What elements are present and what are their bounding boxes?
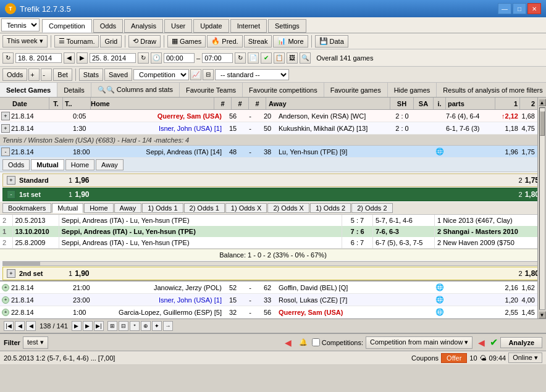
- set1-expand[interactable]: -: [7, 190, 15, 199]
- tab-results-analysis[interactable]: Results of analysis of more filters: [437, 83, 546, 97]
- tab-fav-teams[interactable]: Favourite Teams: [180, 83, 243, 97]
- nav-extra3[interactable]: *: [130, 321, 140, 331]
- bell-icon[interactable]: 🔔: [297, 337, 309, 348]
- left-arrow-red[interactable]: ◀: [282, 337, 295, 348]
- h2h-tab-1odds1[interactable]: 1) Odds 1: [142, 203, 183, 213]
- odds-tab-odds[interactable]: Odds: [2, 159, 30, 170]
- h2h-row[interactable]: 2 20.5.2013 Seppi, Andreas (ITA) - Lu, Y…: [0, 215, 546, 226]
- table-row[interactable]: + 21.8.14 21:00 Janowicz, Jerzy (POL) 52…: [0, 281, 546, 294]
- table-row[interactable]: + 22.8.14 1:00 Garcia-Lopez, Guillermo (…: [0, 306, 546, 319]
- data-button[interactable]: 💾 Data: [315, 35, 348, 48]
- standard-select[interactable]: -- standard --: [215, 69, 289, 80]
- col-header-sa[interactable]: SA: [414, 98, 434, 109]
- filter-test-dropdown[interactable]: test ▾: [23, 336, 48, 349]
- h2h-scrollbar[interactable]: [2, 261, 544, 266]
- image-btn[interactable]: 🖼: [287, 52, 298, 64]
- close-button[interactable]: ✕: [527, 3, 541, 14]
- col-header-1[interactable]: 1: [495, 98, 520, 109]
- right-arrow-red[interactable]: ◀: [475, 337, 487, 348]
- h2h-tab-2odds2[interactable]: 2) Odds 2: [351, 203, 392, 213]
- tab-details[interactable]: Details: [57, 83, 91, 97]
- scroll-track[interactable]: [539, 107, 545, 310]
- scroll-down-btn[interactable]: ▼: [539, 311, 546, 319]
- date-back-btn[interactable]: ◀: [64, 52, 75, 64]
- prev-page-btn2[interactable]: ◀: [26, 321, 36, 331]
- h2h-row[interactable]: 2 25.8.2009 Seppi, Andreas (ITA) - Lu, Y…: [0, 237, 546, 248]
- h2h-tab-away[interactable]: Away: [114, 203, 142, 213]
- time-to-input[interactable]: [202, 53, 233, 63]
- minimize-button[interactable]: —: [498, 3, 511, 14]
- refresh-btn2[interactable]: ↻: [138, 52, 149, 64]
- maximize-button[interactable]: □: [513, 3, 526, 14]
- nav-extra6[interactable]: →: [163, 321, 173, 331]
- odds-tab-away[interactable]: Away: [96, 159, 124, 170]
- week-selector[interactable]: This week ▾: [2, 35, 48, 48]
- menu-tab-competition[interactable]: Competition: [42, 19, 92, 33]
- clock-btn[interactable]: 🕐: [151, 52, 162, 64]
- col-header-date[interactable]: Date: [1, 98, 49, 109]
- competition-select[interactable]: Competition: [133, 69, 189, 80]
- circle-icon1[interactable]: +: [2, 284, 9, 291]
- expand-icon[interactable]: +: [1, 112, 10, 120]
- expand-icon3[interactable]: -: [1, 148, 10, 156]
- tab-fav-comps[interactable]: Favourite competitions: [243, 83, 324, 97]
- online-dropdown[interactable]: Online ▾: [508, 352, 542, 363]
- table-row[interactable]: + 21.8.14 0:05 Querrey, Sam (USA) 56 - 2…: [0, 110, 546, 122]
- search-btn[interactable]: 🔍: [300, 52, 311, 64]
- filter-btn[interactable]: ⊟: [203, 69, 214, 80]
- col-header-i[interactable]: i.: [434, 98, 446, 109]
- menu-tab-user[interactable]: User: [164, 19, 192, 33]
- games-button[interactable]: ▦ Games: [167, 35, 206, 48]
- menu-tab-odds[interactable]: Odds: [93, 19, 123, 33]
- vertical-scrollbar[interactable]: ▲ ▼: [537, 98, 546, 319]
- menu-tab-update[interactable]: Update: [193, 19, 229, 33]
- pred-button[interactable]: 🔥 Pred.: [207, 35, 242, 48]
- col-header-h3[interactable]: #: [249, 98, 266, 109]
- h2h-tab-2oddsx[interactable]: 2) Odds X: [267, 203, 309, 213]
- scroll-thumb[interactable]: [540, 111, 545, 136]
- offer-button[interactable]: Offer: [441, 353, 467, 363]
- tournam-button[interactable]: ☰ Tournam.: [54, 35, 99, 48]
- std-expand[interactable]: +: [7, 176, 15, 185]
- next-page-btn2[interactable]: ▶: [83, 321, 93, 331]
- tab-fav-games[interactable]: Favourite games: [324, 83, 388, 97]
- sport-select[interactable]: Tennis: [1, 19, 40, 31]
- menu-tab-settings[interactable]: Settings: [268, 19, 306, 33]
- date-from-input[interactable]: [15, 53, 62, 63]
- h2h-tab-bookmakers[interactable]: Bookmakers: [2, 203, 51, 213]
- circle-icon3[interactable]: +: [2, 309, 9, 316]
- more-button[interactable]: 📊 More: [273, 35, 308, 48]
- nav-extra1[interactable]: ⊞: [107, 321, 117, 331]
- col-header-time[interactable]: T..: [63, 98, 91, 109]
- comp-source-dropdown[interactable]: Competition from main window ▾: [366, 336, 472, 349]
- col-header-home[interactable]: Home: [91, 98, 214, 109]
- checkmark-btn[interactable]: ✔: [261, 52, 272, 64]
- tab-select-games[interactable]: Select Games: [0, 83, 57, 97]
- col-header-h1[interactable]: #: [214, 98, 232, 109]
- draw-button[interactable]: ⟲ Draw: [128, 35, 161, 48]
- nav-extra5[interactable]: ✦: [152, 321, 162, 331]
- minus-btn[interactable]: -: [41, 69, 52, 81]
- next-page-btn[interactable]: ▶: [72, 321, 82, 331]
- tab-columns-stats[interactable]: 🔍 🔍 Columns and stats: [91, 83, 180, 97]
- time-from-input[interactable]: [164, 53, 195, 63]
- menu-tab-analysis[interactable]: Analysis: [124, 19, 163, 33]
- last-page-btn[interactable]: ▶|: [94, 321, 104, 331]
- h2h-tab-home[interactable]: Home: [84, 203, 113, 213]
- expand-icon2[interactable]: +: [1, 124, 10, 133]
- set2-expand[interactable]: +: [7, 269, 15, 278]
- chart-btn[interactable]: 📈: [190, 69, 201, 80]
- table-row[interactable]: + 21.8.14 1:30 Isner, John (USA) [1] 15 …: [0, 122, 546, 135]
- prev-page-btn[interactable]: ◀: [15, 321, 25, 331]
- expanded-match-row[interactable]: - 21.8.14 18:00 Seppi, Andreas (ITA) [14…: [0, 146, 546, 158]
- saved-btn[interactable]: Saved: [104, 69, 132, 81]
- stats-btn[interactable]: Stats: [79, 69, 103, 81]
- col-header-parts[interactable]: parts: [446, 98, 495, 109]
- h2h-tab-1odds2[interactable]: 1) Odds 2: [310, 203, 351, 213]
- col-header-h2[interactable]: #: [232, 98, 249, 109]
- circle-icon2[interactable]: +: [2, 296, 9, 304]
- copy-btn[interactable]: 📋: [274, 52, 285, 64]
- refresh-circle[interactable]: ↻: [2, 52, 14, 64]
- nav-extra4[interactable]: ⊕: [141, 321, 151, 331]
- nav-extra2[interactable]: ⊟: [119, 321, 128, 331]
